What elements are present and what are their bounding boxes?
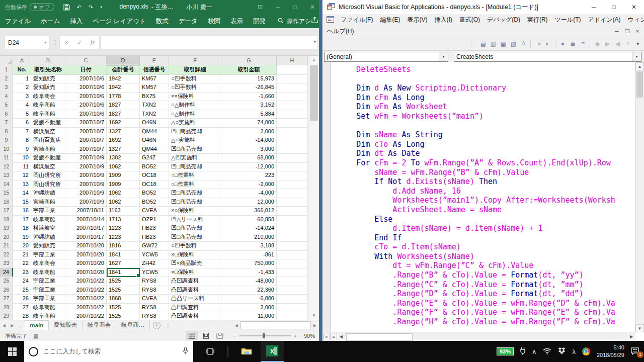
cell[interactable]: 23: [13, 268, 31, 278]
code-editor[interactable]: DeleteSheets Dim d As New Scripting.Dict…: [331, 62, 635, 332]
cell[interactable]: 岐阜商会: [31, 92, 65, 102]
mdi-restore-icon[interactable]: ❐: [625, 28, 630, 35]
uncomment-block-icon[interactable]: ≡: [578, 40, 588, 47]
view-page-layout-icon[interactable]: [200, 331, 212, 340]
row-header[interactable]: 7: [0, 118, 13, 128]
cell[interactable]: 2007/10/22: [65, 277, 107, 286]
cell[interactable]: 沖縄紡績: [31, 233, 65, 242]
vba-minimize-icon[interactable]: ─: [584, 0, 604, 14]
code-scroll-down-icon[interactable]: ▼: [635, 324, 644, 332]
procedure-dropdown-icon[interactable]: ▾: [632, 52, 641, 61]
header-cell[interactable]: 取引詳細: [169, 65, 221, 75]
procedure-dropdown[interactable]: CreateSheets ▾: [454, 52, 641, 62]
cell[interactable]: 1223: [107, 233, 140, 242]
notification-icon[interactable]: 1: [631, 347, 641, 356]
cell[interactable]: TXN2: [140, 110, 169, 119]
cell[interactable]: 3: [13, 92, 31, 102]
formula-cancel-icon[interactable]: ×: [60, 39, 73, 46]
row-header[interactable]: 10: [0, 145, 13, 154]
column-header[interactable]: D: [107, 56, 140, 66]
cell[interactable]: 1816: [107, 241, 140, 251]
cell[interactable]: 2007/10/9: [65, 162, 107, 172]
cell[interactable]: 1327: [107, 145, 140, 154]
outdent-icon[interactable]: ⇤: [543, 40, 553, 47]
cell[interactable]: 宇部工業: [31, 250, 65, 260]
zoom-out-icon[interactable]: −: [233, 333, 236, 339]
vertical-scrollbar[interactable]: ▲ ▼: [308, 56, 319, 320]
list-properties-icon[interactable]: ▤: [478, 40, 488, 47]
row-header[interactable]: 22: [0, 250, 13, 260]
cell[interactable]: BX75: [140, 92, 169, 102]
cell[interactable]: 12: [13, 171, 31, 180]
cell[interactable]: △○実施料: [169, 118, 221, 128]
cell[interactable]: 1163: [107, 206, 140, 216]
cell[interactable]: ××保険料: [169, 92, 221, 102]
cell[interactable]: 366,012: [221, 206, 277, 216]
sheet-nav-more[interactable]: …: [16, 322, 25, 328]
cell[interactable]: [277, 171, 308, 180]
row-header[interactable]: 15: [0, 189, 13, 198]
cell[interactable]: ×□保険料: [169, 268, 221, 278]
prev-bookmark-icon[interactable]: ◀: [612, 40, 622, 47]
share-icon[interactable]: [311, 17, 318, 26]
ribbon-tab[interactable]: ページ レイアウト: [88, 14, 151, 28]
cell[interactable]: -74,000: [221, 118, 277, 128]
cell[interactable]: 4: [13, 101, 31, 110]
cell[interactable]: 凹□商品売却: [169, 162, 221, 172]
menu-item[interactable]: アドイン(A): [584, 16, 624, 24]
cell[interactable]: -4,000: [221, 189, 277, 198]
cell[interactable]: 2007/10/20: [65, 268, 107, 278]
add-sheet-icon[interactable]: +: [153, 322, 160, 329]
row-header[interactable]: 14: [0, 180, 13, 190]
cell[interactable]: [277, 198, 308, 207]
cell[interactable]: ○凹手数料: [169, 74, 221, 84]
cell[interactable]: 1062: [107, 189, 140, 198]
row-header[interactable]: 18: [0, 215, 13, 225]
cell[interactable]: [277, 312, 308, 320]
cell[interactable]: 2007/10/9: [65, 153, 107, 163]
cell[interactable]: 愛媛不動産: [31, 118, 65, 128]
row-header[interactable]: 19: [0, 224, 13, 233]
cell[interactable]: 凸凹調査料: [169, 286, 221, 295]
cell[interactable]: ×○保険料: [169, 206, 221, 216]
code-hscroll-thumb[interactable]: [346, 333, 413, 341]
cell[interactable]: 2007/10/7: [65, 136, 107, 145]
cell[interactable]: 岐阜商船: [31, 303, 65, 313]
list-constants-icon[interactable]: ▥: [488, 40, 498, 47]
row-header[interactable]: 28: [0, 303, 13, 313]
view-page-break-icon[interactable]: [214, 331, 226, 340]
select-all-corner[interactable]: [0, 56, 13, 66]
cell[interactable]: 岐阜商船: [31, 312, 65, 320]
header-cell[interactable]: 会計番号: [107, 65, 140, 75]
cell[interactable]: -2,000: [221, 180, 277, 190]
redo-icon[interactable]: ↷: [89, 4, 93, 11]
zoom-in-icon[interactable]: +: [294, 333, 297, 339]
cell[interactable]: QM44: [140, 145, 169, 154]
cell[interactable]: OZP1: [140, 215, 169, 225]
cell[interactable]: BO52: [140, 189, 169, 198]
code-scroll-up-icon[interactable]: ▲: [635, 62, 644, 70]
cell[interactable]: 1223: [107, 224, 140, 233]
cell[interactable]: [277, 101, 308, 110]
object-dropdown[interactable]: (General) ▾: [324, 52, 448, 62]
cell[interactable]: 凹□商品売却: [169, 127, 221, 137]
cell[interactable]: 2007/10/9: [65, 171, 107, 180]
cell[interactable]: [277, 127, 308, 137]
zoom-level[interactable]: 90%: [300, 333, 315, 339]
zoom-slider-thumb[interactable]: [263, 333, 265, 338]
cell[interactable]: -1,433: [221, 268, 277, 278]
cell[interactable]: △凹実施料: [169, 153, 221, 163]
cell[interactable]: 1909: [107, 171, 140, 180]
cell[interactable]: O46N: [140, 136, 169, 145]
cell[interactable]: 1525: [107, 303, 140, 313]
cell[interactable]: RYS8: [140, 277, 169, 286]
cell[interactable]: ○□作業料: [169, 180, 221, 190]
cell[interactable]: 2007/10/20: [65, 250, 107, 260]
cell[interactable]: HB23: [140, 224, 169, 233]
ribbon-tab[interactable]: 表示: [225, 14, 248, 28]
cell[interactable]: 2007/10/7: [65, 145, 107, 154]
indent-icon[interactable]: ⇥: [533, 40, 543, 47]
cell[interactable]: 宇部工業: [31, 294, 65, 304]
cell[interactable]: -60,858: [221, 215, 277, 225]
cell[interactable]: 愛媛不動産: [31, 153, 65, 163]
